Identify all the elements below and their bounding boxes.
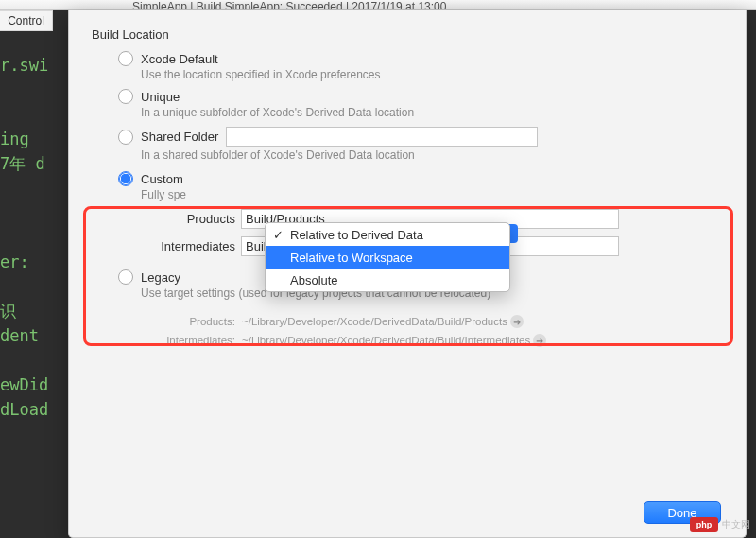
sidebar-tab-label: Control xyxy=(8,14,44,27)
dropdown-item-label: Relative to Workspace xyxy=(290,251,413,265)
radio-unique-desc: In a unique subfolder of Xcode's Derived… xyxy=(141,106,723,119)
radio-shared-label: Shared Folder xyxy=(141,130,218,144)
section-title: Build Location xyxy=(92,27,723,42)
radio-shared-desc: In a shared subfolder of Xcode's Derived… xyxy=(141,148,723,162)
radio-unique-label: Unique xyxy=(141,90,180,104)
watermark-badge: php xyxy=(690,517,718,532)
toolbar: SimpleApp | Build SimpleApp: Succeeded |… xyxy=(0,0,756,10)
products-path-value: ~/Library/Developer/Xcode/DerivedData/Bu… xyxy=(242,316,507,327)
radio-custom[interactable] xyxy=(118,171,133,186)
intermediates-path-key: Intermediates: xyxy=(141,335,235,346)
radio-unique[interactable] xyxy=(118,89,133,104)
intermediates-label: Intermediates xyxy=(141,239,235,253)
watermark-text: 中文网 xyxy=(722,518,750,531)
radio-legacy[interactable] xyxy=(118,269,133,285)
custom-location-dropdown[interactable]: ✓Relative to Derived DataRelative to Wor… xyxy=(265,222,510,292)
open-in-finder-icon[interactable]: ➜ xyxy=(510,315,524,328)
sidebar-tab-control[interactable]: Control xyxy=(0,10,53,31)
dropdown-item[interactable]: Relative to Workspace xyxy=(266,246,509,269)
radio-xcode-default[interactable] xyxy=(118,51,133,66)
dropdown-item[interactable]: Absolute xyxy=(266,269,509,291)
radio-xcode-default-desc: Use the location specified in Xcode pref… xyxy=(141,68,723,81)
open-in-finder-icon[interactable]: ➜ xyxy=(533,334,546,347)
radio-custom-desc: Fully spe xyxy=(141,188,723,201)
shared-folder-input[interactable] xyxy=(226,127,538,147)
products-label: Products xyxy=(141,212,235,226)
radio-legacy-label: Legacy xyxy=(141,270,180,285)
intermediates-path-value: ~/Library/Developer/Xcode/DerivedData/Bu… xyxy=(242,335,530,346)
radio-xcode-default-label: Xcode Default xyxy=(141,52,218,66)
watermark: php 中文网 xyxy=(690,517,750,532)
radio-shared[interactable] xyxy=(118,130,133,145)
products-path-key: Products: xyxy=(141,316,235,327)
dropdown-item[interactable]: ✓Relative to Derived Data xyxy=(266,223,509,246)
check-icon: ✓ xyxy=(273,228,284,242)
radio-custom-label: Custom xyxy=(141,172,183,186)
dropdown-item-label: Absolute xyxy=(290,273,338,287)
dropdown-item-label: Relative to Derived Data xyxy=(290,228,423,242)
toolbar-status: SimpleApp | Build SimpleApp: Succeeded |… xyxy=(132,0,446,10)
